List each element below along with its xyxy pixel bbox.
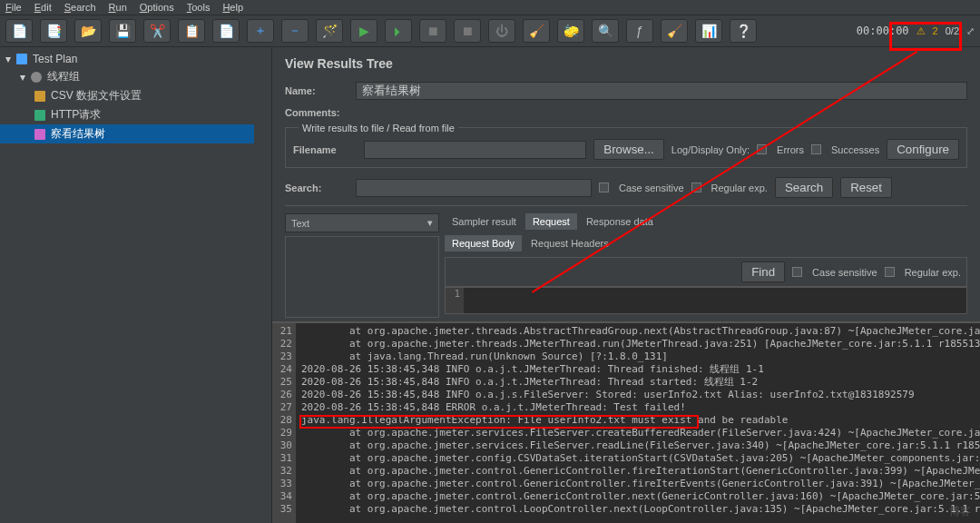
menu-bar: File Edit Search Run Options Tools Help <box>0 0 980 15</box>
paste-icon[interactable]: 📄 <box>212 19 240 43</box>
tree-csv-config[interactable]: CSV 数据文件设置 <box>0 86 271 105</box>
wand-icon[interactable]: 🪄 <box>316 19 343 43</box>
cut-icon[interactable]: ✂️ <box>143 19 171 43</box>
search-label: Search: <box>285 183 348 193</box>
case-checkbox[interactable] <box>599 183 609 192</box>
log-text[interactable]: at org.apache.jmeter.threads.AbstractThr… <box>296 323 980 523</box>
function-icon[interactable]: ƒ <box>626 19 653 43</box>
menu-help[interactable]: Help <box>222 2 243 13</box>
broom-icon[interactable]: 🧹 <box>661 19 688 43</box>
report-icon[interactable]: 📊 <box>695 19 722 43</box>
copy-icon[interactable]: 📋 <box>178 19 205 43</box>
tab-request-body[interactable]: Request Body <box>445 235 522 252</box>
menu-options[interactable]: Options <box>140 2 174 13</box>
open-icon[interactable]: 📂 <box>74 19 102 43</box>
chevron-down-icon: ▾ <box>427 217 433 229</box>
comments-label: Comments: <box>285 107 348 118</box>
tree-thread-group[interactable]: ▾ 线程组 <box>0 67 271 86</box>
clear-all-icon[interactable]: 🧽 <box>557 19 584 43</box>
elapsed-time: 00:00:00 <box>857 25 909 37</box>
test-plan-tree[interactable]: ▾ Test Plan ▾ 线程组 CSV 数据文件设置 HTTP请求 察看结果… <box>0 47 272 523</box>
play-icon[interactable]: ▶ <box>350 19 377 43</box>
help-icon[interactable]: ❔ <box>730 19 757 43</box>
add-icon[interactable]: ＋ <box>247 19 274 43</box>
menu-edit[interactable]: Edit <box>34 2 52 13</box>
expand-icon[interactable]: ⤢ <box>966 25 975 37</box>
clear-icon[interactable]: 🧹 <box>523 19 550 43</box>
tab-request[interactable]: Request <box>525 213 577 230</box>
regex-checkbox[interactable] <box>691 183 701 192</box>
toolbar: 📄 📑 📂 💾 ✂️ 📋 📄 ＋ － 🪄 ▶ ⏵ ⏹ ⏹ ⏻ 🧹 🧽 🔍 ƒ 🧹… <box>0 15 980 47</box>
menu-file[interactable]: File <box>5 2 22 13</box>
save-icon[interactable]: 💾 <box>109 19 136 43</box>
successes-checkbox[interactable] <box>811 144 821 154</box>
log-gutter: 212223242526272829303132333435 <box>272 323 296 523</box>
stop-icon[interactable]: ⏹ <box>419 19 446 43</box>
file-fieldset: Write results to file / Read from file F… <box>285 127 967 168</box>
name-input[interactable] <box>356 82 967 100</box>
find-case-checkbox[interactable] <box>792 267 802 277</box>
find-icon[interactable]: 🔍 <box>592 19 619 43</box>
request-body-editor[interactable]: 1 <box>445 287 967 314</box>
template-icon[interactable]: 📑 <box>40 19 67 43</box>
find-button[interactable]: Find <box>741 262 785 282</box>
reset-button[interactable]: Reset <box>840 177 892 198</box>
search-input[interactable] <box>356 179 592 197</box>
renderer-dropdown[interactable]: Text▾ <box>285 213 439 232</box>
configure-button[interactable]: Configure <box>887 139 959 160</box>
tab-request-headers[interactable]: Request Headers <box>524 235 616 252</box>
name-label: Name: <box>285 85 348 96</box>
filename-label: Filename <box>293 144 357 155</box>
tree-test-plan[interactable]: ▾ Test Plan <box>0 51 271 67</box>
tree-http-request[interactable]: HTTP请求 <box>0 105 271 124</box>
log-panel: 212223242526272829303132333435 at org.ap… <box>272 321 980 523</box>
sample-list[interactable] <box>285 236 439 318</box>
menu-search[interactable]: Search <box>64 2 96 13</box>
tab-sampler-result[interactable]: Sampler result <box>445 213 524 230</box>
thread-counter: 0/2 <box>946 25 959 36</box>
filename-input[interactable] <box>364 141 586 159</box>
find-regex-checkbox[interactable] <box>885 267 895 277</box>
menu-run[interactable]: Run <box>109 2 127 13</box>
new-icon[interactable]: 📄 <box>5 19 33 43</box>
search-button[interactable]: Search <box>775 177 833 198</box>
panel-title: View Results Tree <box>272 47 980 78</box>
play-record-icon[interactable]: ⏵ <box>385 19 412 43</box>
tree-view-results[interactable]: 察看结果树 <box>0 124 254 143</box>
warning-icon[interactable]: ⚠ <box>916 25 926 37</box>
warning-count: 2 <box>933 25 938 36</box>
minus-icon[interactable]: － <box>281 19 309 43</box>
logonly-label: Log/Display Only: <box>671 144 750 155</box>
browse-button[interactable]: Browse... <box>593 139 664 160</box>
tab-response-data[interactable]: Response data <box>579 213 661 230</box>
shutdown-icon[interactable]: ⏻ <box>488 19 515 43</box>
menu-tools[interactable]: Tools <box>187 2 211 13</box>
stop-all-icon[interactable]: ⏹ <box>454 19 481 43</box>
errors-checkbox[interactable] <box>757 144 767 154</box>
